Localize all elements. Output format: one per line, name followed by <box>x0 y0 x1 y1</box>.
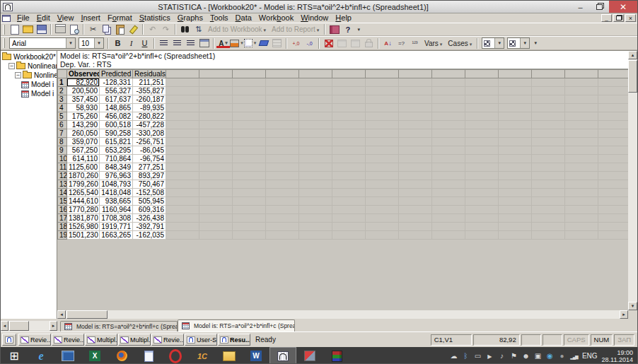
glossary-icon[interactable] <box>327 23 341 35</box>
taskbar-item-remote-desktop-icon[interactable] <box>54 347 81 364</box>
empty-cell[interactable] <box>166 189 199 197</box>
data-cell[interactable]: 1125,600 <box>67 163 100 172</box>
empty-cell[interactable] <box>565 155 598 163</box>
taskbar-item-fine-reader-icon[interactable] <box>296 347 323 364</box>
empty-cell[interactable] <box>332 172 366 180</box>
empty-cell[interactable] <box>199 87 233 95</box>
mdi-close-button[interactable]: × <box>625 14 636 22</box>
status-icon[interactable] <box>558 352 566 360</box>
empty-cell[interactable] <box>266 231 299 240</box>
empty-cell[interactable] <box>432 155 465 163</box>
empty-cell[interactable] <box>199 206 233 214</box>
empty-cell[interactable] <box>366 112 399 121</box>
row-header[interactable]: 2 <box>58 87 67 95</box>
empty-cell[interactable] <box>465 87 499 95</box>
empty-cell[interactable] <box>565 180 598 189</box>
empty-cell[interactable] <box>499 223 532 231</box>
menu-help[interactable]: Help <box>332 13 355 23</box>
empty-cell[interactable] <box>199 172 233 180</box>
empty-cell[interactable] <box>266 214 299 223</box>
data-cell[interactable]: 653,295 <box>100 146 133 155</box>
taskbar-item-excel-icon[interactable]: X <box>81 347 108 364</box>
empty-cell[interactable] <box>299 95 332 104</box>
empty-cell[interactable] <box>465 155 499 163</box>
paste-icon[interactable] <box>113 23 127 35</box>
italic-icon[interactable]: I <box>124 37 138 49</box>
borders-icon[interactable] <box>243 37 257 49</box>
window-button-5[interactable]: Revie... <box>151 334 184 346</box>
empty-cell[interactable] <box>399 223 432 231</box>
taskbar-item-statistica-taskbar-icon[interactable] <box>269 347 296 364</box>
empty-cell[interactable] <box>432 78 465 87</box>
empty-cell[interactable] <box>399 189 432 197</box>
taskbar-item-start-button[interactable] <box>1 347 28 364</box>
empty-cell[interactable] <box>565 121 598 129</box>
empty-cell[interactable] <box>166 172 199 180</box>
empty-cell[interactable] <box>598 214 629 223</box>
data-cell[interactable]: -128,331 <box>100 78 133 87</box>
media-icon[interactable] <box>486 352 494 360</box>
empty-cell[interactable] <box>565 206 598 214</box>
empty-cell[interactable] <box>332 121 366 129</box>
empty-cell[interactable] <box>299 231 332 240</box>
empty-cell[interactable] <box>499 87 532 95</box>
empty-cell[interactable] <box>332 231 366 240</box>
empty-cell[interactable] <box>199 112 233 121</box>
taskbar-item-file-explorer-icon[interactable] <box>216 347 243 364</box>
empty-cell[interactable] <box>233 172 266 180</box>
empty-cell[interactable] <box>465 78 499 87</box>
empty-cell[interactable] <box>366 189 399 197</box>
empty-cell[interactable] <box>399 104 432 112</box>
data-cell[interactable]: -86,045 <box>133 146 166 155</box>
menu-file[interactable]: File <box>13 13 33 23</box>
empty-cell[interactable] <box>266 172 299 180</box>
empty-cell[interactable] <box>432 206 465 214</box>
empty-cell[interactable] <box>465 129 499 138</box>
taskbar-item-word-icon[interactable]: W <box>243 347 269 364</box>
empty-cell[interactable] <box>465 146 499 155</box>
empty-cell[interactable] <box>432 214 465 223</box>
row-header[interactable]: 17 <box>58 214 67 223</box>
data-cell[interactable]: 710,864 <box>100 155 133 163</box>
empty-cell[interactable] <box>465 189 499 197</box>
align-left-icon[interactable] <box>157 37 170 49</box>
signal-icon[interactable] <box>570 352 578 360</box>
empty-cell[interactable] <box>299 163 332 172</box>
empty-cell[interactable] <box>565 112 598 121</box>
empty-cell[interactable] <box>299 223 332 231</box>
tree-item[interactable]: Model i <box>1 80 57 89</box>
format-painter-icon[interactable] <box>127 23 140 35</box>
empty-cell[interactable] <box>465 206 499 214</box>
cut-icon[interactable] <box>86 23 100 35</box>
empty-cell[interactable] <box>532 104 565 112</box>
empty-cell[interactable] <box>598 129 629 138</box>
vertical-scroll-thumb[interactable] <box>628 60 637 93</box>
data-cell[interactable]: 750,467 <box>133 180 166 189</box>
empty-cell[interactable] <box>465 112 499 121</box>
empty-cell[interactable] <box>366 206 399 214</box>
empty-cell[interactable] <box>299 146 332 155</box>
grid-corner-cell[interactable] <box>58 70 67 78</box>
empty-cell[interactable] <box>199 231 233 240</box>
context-help-icon[interactable] <box>341 23 354 35</box>
empty-cell[interactable] <box>299 87 332 95</box>
empty-cell[interactable] <box>598 223 629 231</box>
empty-cell[interactable] <box>233 189 266 197</box>
empty-cell[interactable] <box>532 180 565 189</box>
data-cell[interactable]: 277,251 <box>133 163 166 172</box>
empty-cell[interactable] <box>399 112 432 121</box>
data-cell[interactable]: -330,208 <box>133 129 166 138</box>
empty-cell[interactable] <box>233 95 266 104</box>
data-cell[interactable]: 357,450 <box>67 95 100 104</box>
empty-cell[interactable] <box>366 163 399 172</box>
empty-cell[interactable] <box>199 197 233 206</box>
empty-cell[interactable] <box>432 129 465 138</box>
close-button[interactable]: ✕ <box>609 1 637 13</box>
bluetooth-icon[interactable] <box>462 352 470 360</box>
print-icon[interactable] <box>54 23 67 35</box>
data-cell[interactable]: 1708,308 <box>100 214 133 223</box>
toolbar-grip[interactable] <box>3 25 5 35</box>
empty-cell[interactable] <box>166 95 199 104</box>
empty-cell[interactable] <box>233 197 266 206</box>
data-cell[interactable]: 1501,230 <box>67 231 100 240</box>
